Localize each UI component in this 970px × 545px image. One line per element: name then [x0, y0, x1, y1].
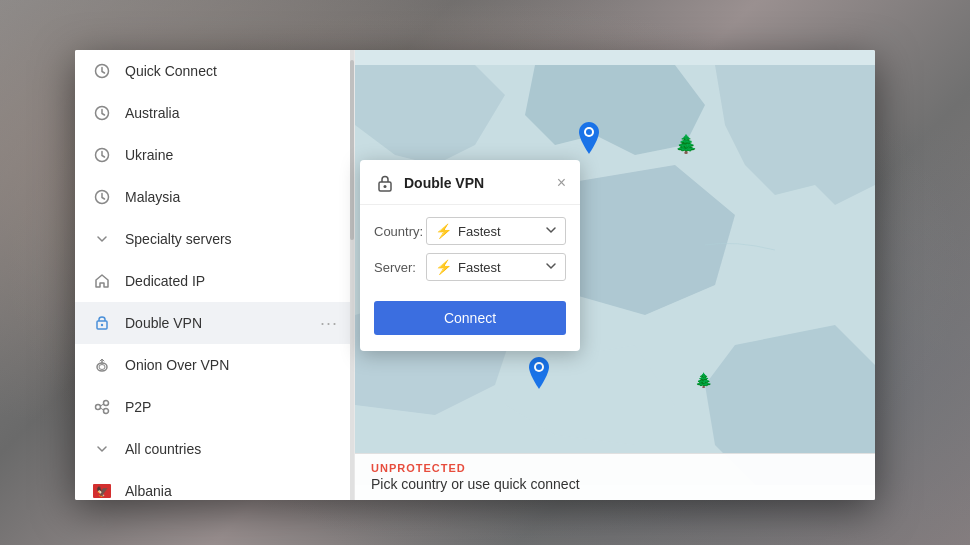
modal-lock-icon: [374, 172, 396, 194]
svg-point-5: [101, 324, 103, 326]
modal-title: Double VPN: [404, 175, 557, 191]
clock-icon-ukraine: [91, 144, 113, 166]
svg-text:🦅: 🦅: [96, 485, 109, 498]
sidebar-item-onion-over-vpn[interactable]: Onion Over VPN: [75, 344, 354, 386]
map-pin-1: [575, 120, 603, 160]
sidebar-item-ukraine[interactable]: Ukraine: [75, 134, 354, 176]
sidebar-item-specialty-servers-label: Specialty servers: [125, 231, 338, 247]
clock-icon: [91, 60, 113, 82]
server-label: Server:: [374, 260, 426, 275]
modal-header: Double VPN ×: [360, 160, 580, 205]
server-select-value: Fastest: [458, 260, 545, 275]
country-label: Country:: [374, 224, 426, 239]
svg-text:🌲: 🌲: [695, 372, 713, 389]
sidebar-item-specialty-servers[interactable]: Specialty servers: [75, 218, 354, 260]
chevron-down-icon-country: [545, 224, 557, 239]
lightning-icon-country: ⚡: [435, 223, 452, 239]
country-field: Country: ⚡ Fastest: [374, 217, 566, 245]
svg-point-7: [99, 365, 105, 370]
onion-icon: [91, 354, 113, 376]
p2p-icon: [91, 396, 113, 418]
status-unprotected-label: UNPROTECTED: [371, 462, 859, 474]
svg-line-11: [101, 404, 104, 406]
lightning-icon-server: ⚡: [435, 259, 452, 275]
country-select[interactable]: ⚡ Fastest: [426, 217, 566, 245]
sidebar-item-p2p-label: P2P: [125, 399, 338, 415]
modal-body: Country: ⚡ Fastest Server:: [360, 205, 580, 281]
clock-icon-malaysia: [91, 186, 113, 208]
sidebar-item-all-countries-label: All countries: [125, 441, 338, 457]
svg-point-9: [104, 401, 109, 406]
close-button[interactable]: ×: [557, 175, 566, 191]
sidebar-item-albania-label: Albania: [125, 483, 338, 499]
map-status: UNPROTECTED Pick country or use quick co…: [355, 453, 875, 500]
chevron-down-icon-server: [545, 260, 557, 275]
sidebar-item-dedicated-ip-label: Dedicated IP: [125, 273, 338, 289]
status-message: Pick country or use quick connect: [371, 476, 859, 492]
flag-albania-icon: 🦅: [91, 480, 113, 500]
sidebar: Quick Connect Australia Ukraine: [75, 50, 355, 500]
double-vpn-modal: Double VPN × Country: ⚡ Fastest: [360, 160, 580, 351]
svg-point-25: [384, 185, 387, 188]
sidebar-item-onion-over-vpn-label: Onion Over VPN: [125, 357, 338, 373]
sidebar-item-malaysia[interactable]: Malaysia: [75, 176, 354, 218]
chevron-down-icon-specialty: [91, 228, 113, 250]
sidebar-item-double-vpn-label: Double VPN: [125, 315, 320, 331]
svg-line-12: [101, 408, 104, 410]
sidebar-item-australia[interactable]: Australia: [75, 92, 354, 134]
connect-button[interactable]: Connect: [374, 301, 566, 335]
sidebar-item-quick-connect[interactable]: Quick Connect: [75, 50, 354, 92]
sidebar-item-quick-connect-label: Quick Connect: [125, 63, 338, 79]
country-select-value: Fastest: [458, 224, 545, 239]
sidebar-item-p2p[interactable]: P2P: [75, 386, 354, 428]
svg-text:🌲: 🌲: [675, 133, 698, 155]
scrollbar[interactable]: [350, 50, 354, 500]
map-pin-3: [525, 355, 553, 395]
server-select[interactable]: ⚡ Fastest: [426, 253, 566, 281]
sidebar-item-all-countries[interactable]: All countries: [75, 428, 354, 470]
home-icon: [91, 270, 113, 292]
sidebar-item-ukraine-label: Ukraine: [125, 147, 338, 163]
sidebar-item-dedicated-ip[interactable]: Dedicated IP: [75, 260, 354, 302]
clock-icon-australia: [91, 102, 113, 124]
svg-point-23: [536, 364, 542, 370]
sidebar-item-malaysia-label: Malaysia: [125, 189, 338, 205]
more-options-icon[interactable]: ···: [320, 313, 338, 334]
shield-lock-icon: [91, 312, 113, 334]
sidebar-item-double-vpn[interactable]: Double VPN ···: [75, 302, 354, 344]
sidebar-item-australia-label: Australia: [125, 105, 338, 121]
chevron-down-icon-all-countries: [91, 438, 113, 460]
svg-point-8: [96, 405, 101, 410]
svg-point-19: [586, 129, 592, 135]
svg-point-10: [104, 409, 109, 414]
sidebar-item-albania[interactable]: 🦅 Albania: [75, 470, 354, 500]
scrollbar-thumb[interactable]: [350, 60, 354, 240]
vpn-window: Quick Connect Australia Ukraine: [75, 50, 875, 500]
server-field: Server: ⚡ Fastest: [374, 253, 566, 281]
